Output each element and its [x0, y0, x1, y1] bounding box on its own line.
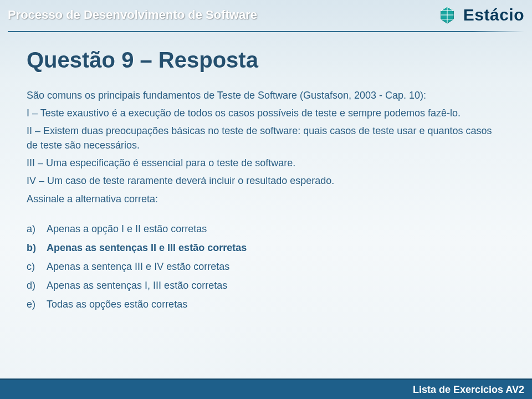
brand: Estácio [437, 4, 524, 25]
option-letter: d) [27, 276, 47, 295]
option-letter: e) [27, 295, 47, 314]
option-c: c) Apenas a sentença III e IV estão corr… [27, 257, 505, 276]
question-title: Questão 9 – Resposta [27, 48, 505, 73]
footer-text: Lista de Exercícios AV2 [413, 384, 524, 396]
option-text: Todas as opções estão corretas [47, 295, 505, 314]
statement-2: II – Existem duas preocupações básicas n… [27, 124, 505, 152]
option-letter: b) [27, 238, 47, 257]
option-a: a) Apenas a opção I e II estão corretas [27, 219, 505, 238]
content: Questão 9 – Resposta São comuns os princ… [27, 48, 505, 314]
header-divider [8, 31, 524, 32]
option-e: e) Todas as opções estão corretas [27, 295, 505, 314]
option-text: Apenas as sentenças II e III estão corre… [47, 238, 505, 257]
option-b: b) Apenas as sentenças II e III estão co… [27, 238, 505, 257]
option-text: Apenas a opção I e II estão corretas [47, 219, 505, 238]
header: Processo de Desenvolvimento de Software … [8, 4, 524, 25]
question-body: São comuns os principais fundamentos de … [27, 88, 505, 206]
option-letter: c) [27, 257, 47, 276]
brand-name: Estácio [463, 6, 524, 24]
statement-4: IV – Um caso de teste raramente deverá i… [27, 173, 505, 188]
question-prompt: Assinale a alternativa correta: [27, 192, 505, 206]
question-intro: São comuns os principais fundamentos de … [27, 88, 505, 103]
option-text: Apenas as sentenças I, III estão correta… [47, 276, 505, 295]
brand-logo-icon [437, 4, 458, 25]
option-text: Apenas a sentença III e IV estão correta… [47, 257, 505, 276]
option-d: d) Apenas as sentenças I, III estão corr… [27, 276, 505, 295]
option-letter: a) [27, 219, 47, 238]
slide: Processo de Desenvolvimento de Software … [0, 0, 532, 399]
statement-1: I – Teste exaustivo é a execução de todo… [27, 106, 505, 120]
footer: Lista de Exercícios AV2 [0, 380, 532, 399]
options-list: a) Apenas a opção I e II estão corretas … [27, 219, 505, 314]
course-title: Processo de Desenvolvimento de Software [8, 8, 257, 22]
statement-3: III – Uma especificação é essencial para… [27, 156, 505, 170]
